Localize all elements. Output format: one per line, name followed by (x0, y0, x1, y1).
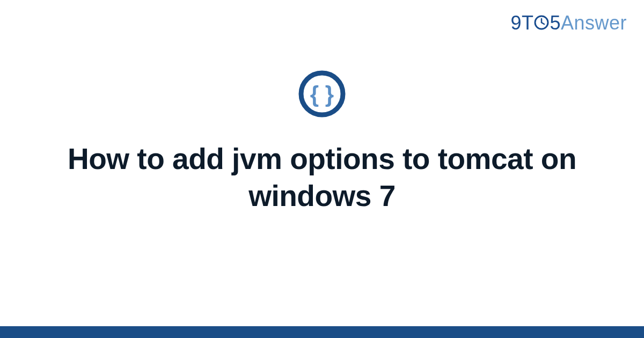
footer-bar (0, 326, 644, 338)
brand-nine: 9 (510, 12, 522, 34)
clock-icon (533, 13, 550, 35)
brand-answer: Answer (561, 12, 627, 34)
svg-text:{ }: { } (310, 82, 334, 107)
brand-t: T (522, 12, 534, 34)
main-content: { } How to add jvm options to tomcat on … (0, 70, 644, 215)
code-braces-icon: { } (298, 70, 346, 118)
page-title: How to add jvm options to tomcat on wind… (54, 141, 590, 215)
svg-line-2 (541, 23, 544, 24)
brand-logo: 9T5Answer (510, 12, 627, 34)
brand-five: 5 (550, 12, 561, 34)
